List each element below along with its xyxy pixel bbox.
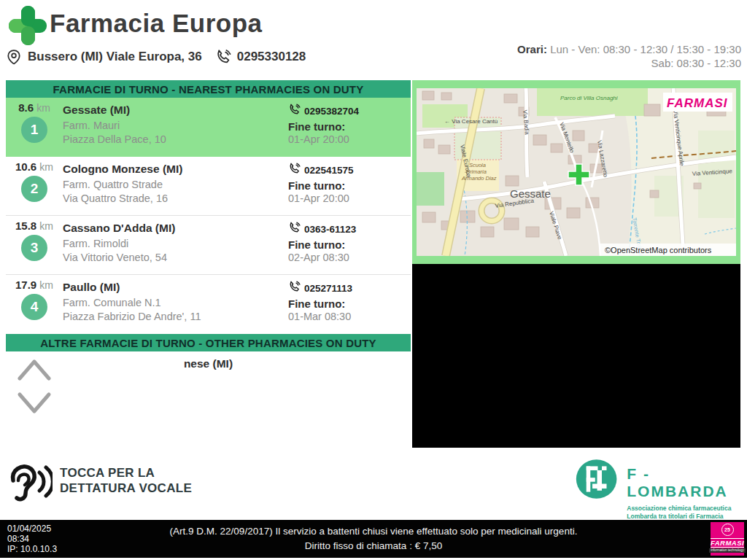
f-lombarda-mark-icon (575, 455, 618, 503)
f-lombarda-text: F - LOMBARDA Associazione chimica farmac… (627, 465, 747, 520)
fine-turno-label: Fine turno: (288, 238, 411, 251)
fine-turno-label: Fine turno: (288, 298, 411, 310)
pharmacy-info: Cassano D'Adda (MI) Farm. Rimoldi Via Vi… (63, 216, 288, 274)
footer-system-info: 01/04/2025 08:34 IP: 10.0.10.3 (7, 524, 57, 554)
fine-turno-value: 01-Apr 20:00 (288, 192, 411, 204)
duty-city: Paullo (MI) (63, 281, 288, 294)
footer-date: 01/04/2025 (7, 524, 57, 534)
map-farmasi-logo: FARMASI (667, 96, 728, 110)
duty-pharmacy-name: Farm. Mauri (63, 119, 288, 133)
distance-value: 10.6 (15, 160, 36, 173)
duty-row-1[interactable]: 8.6 km 1 Gessate (MI) Farm. Mauri Piazza… (6, 98, 411, 157)
map-school-label: Armando Diaz (461, 175, 497, 182)
other-pharmacy-scrolling-text: nese (MI) (6, 357, 411, 370)
duty-city: Gessate (MI) (63, 104, 288, 117)
footer-time: 08:34 (7, 534, 57, 544)
phone-icon (288, 281, 301, 296)
scroll-down-button[interactable] (16, 389, 53, 417)
chevron-down-icon (20, 394, 49, 411)
f-lombarda-sub1: Associazione chimica farmaceutica (627, 505, 747, 513)
footer-notice-line2: Diritto fisso di chiamata : € 7,50 (118, 539, 629, 553)
pharmacy-cross-logo-icon (7, 4, 48, 47)
map-frame: Gessate ← Via Cesare Cantù Viale Europa … (412, 80, 740, 264)
other-duty-header: ALTRE FARMACIE DI TURNO - OTHER PHARMACI… (6, 334, 411, 351)
map-school-label: Primaria (466, 168, 487, 175)
rank-badge: 4 (21, 294, 47, 320)
voice-dictation-button[interactable]: TOCCA PER LA DETTATURA VOCALE (6, 461, 192, 508)
video-area[interactable] (412, 264, 740, 448)
footer-notice: (Art.9 D.M. 22/09/2017) Il servizio a ba… (118, 524, 629, 553)
other-pharmacies-section: nese (MI) (6, 351, 411, 448)
duty-address: Via Vittorio Veneto, 54 (63, 251, 288, 265)
f-lombarda-name: F - LOMBARDA (627, 465, 747, 500)
duty-pharmacy-name: Farm. Rimoldi (63, 237, 288, 251)
nearest-duty-header: FARMACIE DI TURNO - NEAREST PHARMACIES O… (6, 80, 411, 98)
duty-row-3[interactable]: 15.8 km 3 Cassano D'Adda (MI) Farm. Rimo… (6, 216, 411, 275)
f-lombarda-logo: F - LOMBARDA Associazione chimica farmac… (575, 455, 747, 520)
duty-address: Piazza Della Pace, 10 (63, 133, 288, 147)
turn-info: 0363-61123 Fine turno: 02-Apr 08:30 (288, 216, 411, 274)
scroll-up-button[interactable] (16, 356, 53, 384)
fine-turno-value: 01-Mar 08:30 (288, 311, 411, 322)
fine-turno-label: Fine turno: (288, 179, 411, 192)
pharmacy-phone: 0295330128 (237, 50, 306, 64)
map-street-label: ← Via Cesare Cantù (444, 118, 498, 125)
farmasi-25-badge: 25 (721, 524, 734, 536)
opening-hours-value: Lun - Ven: 08:30 - 12:30 / 15:30 - 19:30… (550, 43, 741, 69)
pharmacy-phone-wrap: 0295330128 (215, 48, 306, 66)
phone-icon (288, 104, 301, 119)
map-park-label: Parco di Villa Osnaghi (560, 95, 618, 101)
fine-turno-value: 01-Apr 20:00 (288, 133, 411, 145)
voice-label-line2: DETTATURA VOCALE (60, 481, 192, 496)
page-title: Farmacia Europa (50, 9, 263, 38)
opening-hours-label: Orari: (517, 43, 547, 55)
phone-icon (288, 163, 301, 178)
distance-value: 15.8 (15, 219, 36, 232)
distance-column: 15.8 km 3 (6, 216, 63, 274)
f-lombarda-sub2: Lombarda tra titolari di Farmacia (627, 513, 747, 521)
voice-label-line1: TOCCA PER LA (60, 465, 192, 481)
duty-row-2[interactable]: 10.6 km 2 Cologno Monzese (MI) Farm. Qua… (6, 157, 411, 216)
footer-ip: IP: 10.0.10.3 (7, 544, 57, 554)
rank-badge: 1 (21, 117, 47, 143)
ear-icon (6, 461, 53, 508)
farmasi-subtitle: information technology (709, 548, 745, 553)
duty-phone: 022541575 (304, 165, 354, 176)
pharmacy-address-row: Bussero (MI) Viale Europa, 36 0295330128 (6, 47, 306, 67)
pharmacy-info: Gessate (MI) Farm. Mauri Piazza Della Pa… (63, 98, 288, 157)
duty-city: Cassano D'Adda (MI) (63, 222, 288, 235)
f-lombarda-subtitle: Associazione chimica farmaceutica Lombar… (627, 505, 747, 520)
pharmacy-info: Cologno Monzese (MI) Farm. Quattro Strad… (63, 157, 288, 215)
fine-turno-label: Fine turno: (288, 120, 411, 133)
kiosk-screen: Farmacia Europa Bussero (MI) Viale Europ… (0, 0, 747, 560)
duty-city: Cologno Monzese (MI) (63, 163, 288, 176)
distance-unit: km (39, 161, 53, 173)
distance-unit: km (39, 279, 53, 291)
farmasi-footer-logo: 25 FARMASI information technology (711, 522, 744, 556)
duty-phone: 025271113 (304, 283, 352, 294)
duty-row-4[interactable]: 17.9 km 4 Paullo (MI) Farm. Comunale N.1… (6, 275, 411, 334)
turn-info: 0295382704 Fine turno: 01-Apr 20:00 (288, 98, 411, 157)
duty-pharmacy-name: Farm. Quattro Strade (63, 178, 288, 192)
footer-notice-line1: (Art.9 D.M. 22/09/2017) Il servizio a ba… (118, 524, 629, 539)
voice-dictation-label: TOCCA PER LA DETTATURA VOCALE (60, 465, 192, 496)
footer-bar: 01/04/2025 08:34 IP: 10.0.10.3 (Art.9 D.… (0, 520, 747, 558)
phone-icon (215, 48, 231, 66)
opening-hours: Orari: Lun - Ven: 08:30 - 12:30 / 15:30 … (500, 42, 741, 70)
rank-badge: 2 (21, 176, 47, 202)
pharmacy-address: Bussero (MI) Viale Europa, 36 (28, 50, 202, 64)
duty-pharmacies-panel: FARMACIE DI TURNO - NEAREST PHARMACIES O… (6, 80, 411, 448)
distance-column: 8.6 km 1 (6, 98, 63, 157)
map-attribution: ©OpenStreetMap contributors (605, 246, 712, 254)
farmasi-name: FARMASI (711, 538, 744, 548)
duty-phone: 0363-61123 (304, 224, 356, 235)
duty-address: Piazza Fabrizio De Andre', 11 (63, 310, 288, 324)
duty-pharmacy-name: Farm. Comunale N.1 (63, 296, 288, 310)
map[interactable]: Gessate ← Via Cesare Cantù Viale Europa … (417, 88, 736, 256)
duty-address: Via Quattro Strade, 16 (63, 192, 288, 206)
duty-phone: 0295382704 (304, 106, 359, 117)
turn-info: 022541575 Fine turno: 01-Apr 20:00 (288, 157, 411, 215)
location-pin-icon (6, 48, 22, 66)
map-school-label: Scuola (469, 162, 486, 168)
phone-icon (288, 222, 301, 237)
